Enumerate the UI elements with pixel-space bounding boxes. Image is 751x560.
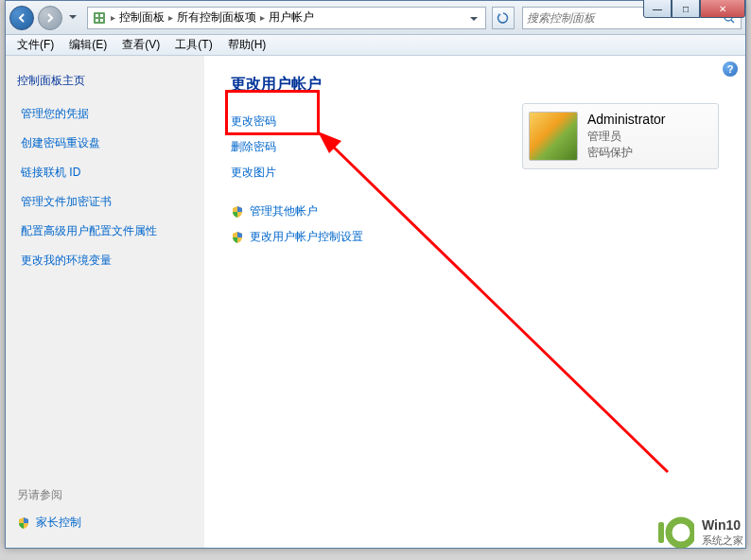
- svg-rect-9: [658, 522, 664, 543]
- see-also-label: 另请参阅: [17, 487, 193, 503]
- minimize-button[interactable]: —: [643, 0, 672, 18]
- uac-settings-link[interactable]: 更改用户帐户控制设置: [231, 229, 719, 245]
- breadcrumb-separator: ▸: [111, 12, 115, 23]
- user-role: 管理员: [587, 129, 665, 145]
- control-panel-icon: [92, 10, 107, 26]
- sidebar: 控制面板主页 管理您的凭据 创建密码重设盘 链接联机 ID 管理文件加密证书 配…: [6, 56, 204, 548]
- sidebar-footer: 另请参阅 家长控制: [17, 487, 193, 531]
- watermark-logo-icon: [655, 513, 694, 552]
- user-name: Administrator: [587, 112, 665, 127]
- svg-point-10: [669, 520, 693, 545]
- sidebar-link-advanced-profile[interactable]: 配置高级用户配置文件属性: [17, 223, 193, 239]
- close-button[interactable]: ✕: [700, 0, 745, 18]
- svg-rect-4: [100, 19, 103, 22]
- sidebar-link-password-reset[interactable]: 创建密码重设盘: [17, 135, 193, 151]
- sidebar-link-env-vars[interactable]: 更改我的环境变量: [17, 253, 193, 269]
- sidebar-link-credentials[interactable]: 管理您的凭据: [17, 106, 193, 122]
- breadcrumb-item[interactable]: 所有控制面板项: [177, 9, 256, 26]
- svg-rect-2: [100, 14, 103, 17]
- svg-rect-3: [96, 19, 98, 22]
- watermark-title: Win10: [702, 517, 743, 534]
- navigation-bar: ▸ 控制面板 ▸ 所有控制面板项 ▸ 用户帐户: [6, 1, 745, 35]
- titlebar-controls: — □ ✕: [643, 0, 745, 18]
- user-info: Administrator 管理员 密码保护: [587, 112, 665, 161]
- menu-tools[interactable]: 工具(T): [167, 35, 219, 55]
- watermark-text-block: Win10 系统之家: [702, 517, 743, 548]
- menu-bar: 文件(F) 编辑(E) 查看(V) 工具(T) 帮助(H): [6, 35, 745, 56]
- uac-settings-label: 更改用户帐户控制设置: [250, 229, 363, 245]
- user-account-card[interactable]: Administrator 管理员 密码保护: [522, 103, 719, 169]
- forward-button[interactable]: [38, 6, 62, 30]
- page-heading: 更改用户帐户: [231, 75, 719, 95]
- menu-edit[interactable]: 编辑(E): [61, 35, 114, 55]
- sidebar-link-encryption[interactable]: 管理文件加密证书: [17, 194, 193, 210]
- svg-rect-1: [96, 14, 98, 17]
- parental-controls-label: 家长控制: [36, 515, 81, 531]
- control-panel-window: — □ ✕ ▸ 控制面板 ▸ 所有控制面板项 ▸ 用户帐户: [5, 0, 746, 549]
- sidebar-home-link[interactable]: 控制面板主页: [17, 73, 193, 89]
- help-icon[interactable]: ?: [723, 61, 738, 77]
- user-avatar: [529, 112, 578, 161]
- watermark: Win10 系统之家: [655, 513, 743, 552]
- shield-icon: [231, 231, 244, 244]
- breadcrumb-separator: ▸: [260, 12, 265, 23]
- menu-view[interactable]: 查看(V): [114, 35, 167, 55]
- parental-controls-link[interactable]: 家长控制: [17, 515, 193, 531]
- address-bar[interactable]: ▸ 控制面板 ▸ 所有控制面板项 ▸ 用户帐户: [87, 7, 486, 29]
- menu-file[interactable]: 文件(F): [9, 35, 61, 55]
- manage-accounts-link[interactable]: 管理其他帐户: [231, 203, 719, 219]
- manage-accounts-label: 管理其他帐户: [250, 203, 318, 219]
- breadcrumb-item[interactable]: 用户帐户: [269, 9, 314, 26]
- shield-icon: [231, 205, 244, 219]
- address-dropdown[interactable]: [466, 11, 481, 25]
- svg-rect-0: [94, 12, 105, 24]
- breadcrumb-item[interactable]: 控制面板: [119, 9, 165, 26]
- admin-actions: 管理其他帐户 更改用户帐户控制设置: [231, 203, 719, 245]
- refresh-button[interactable]: [492, 7, 515, 29]
- back-button[interactable]: [9, 6, 34, 30]
- svg-line-6: [731, 20, 734, 23]
- content-area: ? 控制面板主页 管理您的凭据 创建密码重设盘 链接联机 ID 管理文件加密证书…: [6, 56, 745, 548]
- breadcrumb-separator: ▸: [168, 12, 173, 23]
- maximize-button[interactable]: □: [672, 0, 700, 18]
- shield-icon: [17, 516, 30, 530]
- nav-history-dropdown[interactable]: [66, 9, 79, 27]
- user-protection: 密码保护: [587, 145, 665, 161]
- main-panel: 更改用户帐户 更改密码 删除密码 更改图片 管理其他帐户 更改用户帐户控制设置: [204, 56, 745, 548]
- watermark-subtitle: 系统之家: [702, 534, 743, 548]
- sidebar-link-online-id[interactable]: 链接联机 ID: [17, 165, 193, 181]
- menu-help[interactable]: 帮助(H): [220, 35, 274, 55]
